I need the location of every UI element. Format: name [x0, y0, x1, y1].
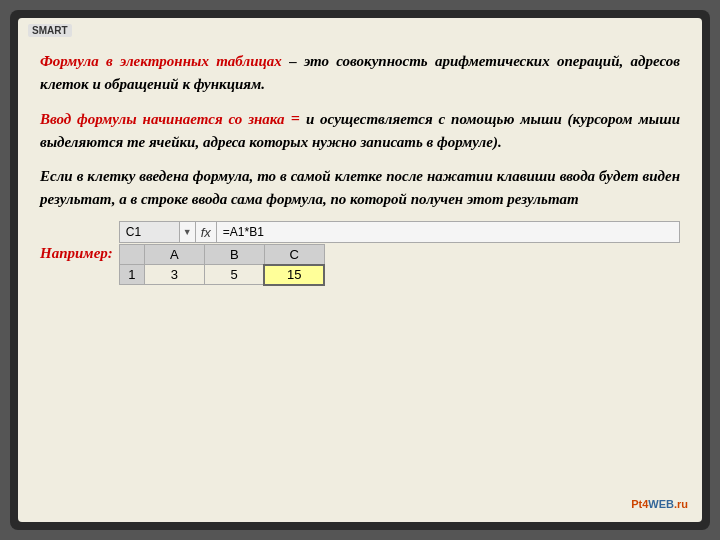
- board-inner: SMART Формула в электронных таблицах – э…: [18, 18, 702, 522]
- header-empty: [119, 245, 144, 265]
- header-col-b: B: [204, 245, 264, 265]
- spreadsheet-table: A B C 1 3 5 15: [119, 244, 326, 286]
- board-frame: SMART Формула в электронных таблицах – э…: [10, 10, 710, 530]
- formula-content: =A1*B1: [217, 225, 270, 239]
- paragraph2-highlight: Ввод формулы начинается со знака: [40, 111, 285, 127]
- table-row: 1 3 5 15: [119, 265, 324, 285]
- watermark: Pt4WEB.ru: [631, 498, 688, 510]
- paragraph3-text: Если в клетку введена формула, то в само…: [40, 168, 680, 207]
- table-header-row: A B C: [119, 245, 324, 265]
- cell-ref[interactable]: C1: [120, 222, 180, 242]
- cell-c1[interactable]: 15: [264, 265, 324, 285]
- smart-logo: SMART: [28, 24, 72, 37]
- dropdown-arrow-icon[interactable]: ▼: [180, 222, 196, 242]
- paragraph1: Формула в электронных таблицах – это сов…: [40, 50, 680, 97]
- paragraph3: Если в клетку введена формула, то в само…: [40, 165, 680, 212]
- row-num-1: 1: [119, 265, 144, 285]
- example-label: Например:: [40, 245, 113, 262]
- example-section: Например: C1 ▼ fx =A1*B1 A B: [40, 221, 680, 286]
- cell-b1[interactable]: 5: [204, 265, 264, 285]
- header-col-c: C: [264, 245, 324, 265]
- content: Формула в электронных таблицах – это сов…: [40, 50, 680, 512]
- fx-icon: fx: [196, 222, 217, 242]
- paragraph1-highlight: Формула в электронных таблицах: [40, 53, 282, 69]
- watermark-highlight: WEB: [648, 498, 674, 510]
- equals-sign: =: [285, 110, 306, 127]
- spreadsheet-container: C1 ▼ fx =A1*B1 A B C: [119, 221, 680, 286]
- formula-bar: C1 ▼ fx =A1*B1: [119, 221, 680, 243]
- header-col-a: A: [144, 245, 204, 265]
- cell-a1[interactable]: 3: [144, 265, 204, 285]
- paragraph2: Ввод формулы начинается со знака = и осу…: [40, 107, 680, 155]
